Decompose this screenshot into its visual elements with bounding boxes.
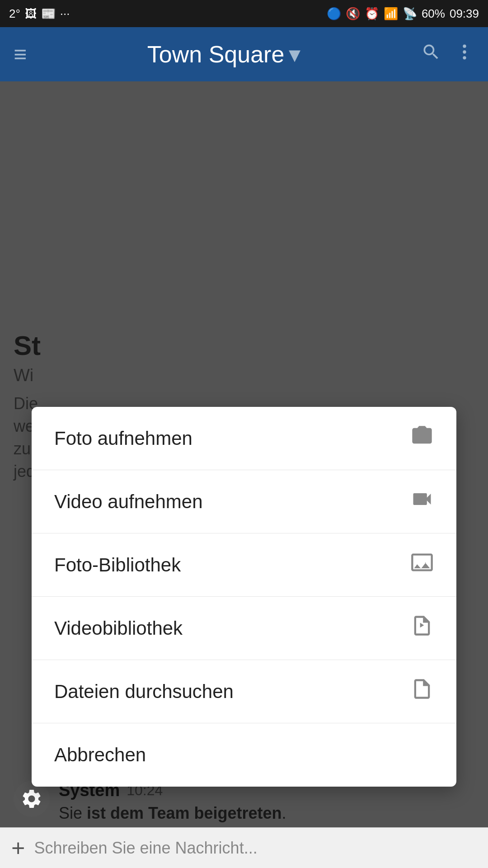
- alarm-icon: ⏰: [365, 7, 379, 21]
- dots-icon: ···: [60, 7, 70, 21]
- system-msg-content: System 10:24 Sie ist dem Team beigetrete…: [59, 781, 286, 823]
- svg-point-1: [463, 50, 466, 53]
- video-file-icon: [410, 614, 434, 642]
- bg-partial-line1: Wi: [14, 366, 41, 385]
- message-input-placeholder[interactable]: Schreiben Sie eine Nachricht...: [34, 839, 477, 858]
- bg-partial-title: St: [14, 330, 41, 361]
- take-video-label: Video aufnehmen: [54, 491, 203, 513]
- add-attachment-button[interactable]: +: [11, 835, 25, 862]
- status-bar-right: 🔵 🔇 ⏰ 📶 📡 60% 09:39: [327, 7, 479, 21]
- camera-icon: [410, 424, 434, 453]
- file-icon: [410, 677, 434, 706]
- search-icon[interactable]: [421, 41, 441, 67]
- image-library-icon: [410, 551, 434, 579]
- temperature: 2°: [9, 7, 20, 21]
- hamburger-menu-icon[interactable]: ≡: [14, 41, 27, 67]
- bottom-input-bar: + Schreiben Sie eine Nachricht...: [0, 827, 488, 868]
- system-message: System 10:24 Sie ist dem Team beigetrete…: [14, 781, 286, 823]
- background-content: St Wi Die we zu jed Di., 15. Jan. 2019 S…: [0, 81, 488, 868]
- browse-files-label: Dateien durchsuchen: [54, 681, 234, 703]
- chevron-down-icon: ▾: [289, 41, 300, 68]
- battery-level: 60%: [422, 7, 445, 21]
- mute-icon: 🔇: [346, 7, 360, 21]
- video-library-label: Videobibliothek: [54, 618, 183, 639]
- bottom-sheet-dialog: Foto aufnehmen Video aufnehmen Foto-Bibl…: [32, 407, 456, 787]
- cancel-label: Abbrechen: [54, 744, 146, 766]
- wifi-icon: 📶: [384, 7, 398, 21]
- image-icon: 🖼: [25, 7, 37, 21]
- sheet-item-take-photo[interactable]: Foto aufnehmen: [32, 407, 456, 470]
- take-photo-label: Foto aufnehmen: [54, 428, 192, 449]
- bluetooth-icon: 🔵: [327, 7, 341, 21]
- msg-prefix: Sie: [59, 804, 87, 822]
- sheet-item-take-video[interactable]: Video aufnehmen: [32, 470, 456, 533]
- sheet-item-photo-library[interactable]: Foto-Bibliothek: [32, 533, 456, 597]
- svg-point-0: [463, 45, 466, 48]
- photo-library-label: Foto-Bibliothek: [54, 554, 181, 576]
- msg-bold: ist dem Team beigetreten: [87, 804, 282, 822]
- app-bar-actions: [421, 41, 474, 67]
- sheet-item-video-library[interactable]: Videobibliothek: [32, 597, 456, 660]
- app-bar-title-group[interactable]: Town Square ▾: [147, 41, 301, 68]
- signal-icon: 📡: [403, 7, 417, 21]
- sheet-item-browse-files[interactable]: Dateien durchsuchen: [32, 660, 456, 723]
- time-display: 09:39: [450, 7, 479, 21]
- status-bar-left: 2° 🖼 📰 ···: [9, 7, 70, 21]
- system-message-text: Sie ist dem Team beigetreten.: [59, 804, 286, 823]
- more-options-icon[interactable]: [455, 41, 474, 67]
- app-bar: ≡ Town Square ▾: [0, 27, 488, 81]
- sheet-item-cancel[interactable]: Abbrechen: [32, 723, 456, 787]
- flipboard-icon: 📰: [41, 7, 56, 21]
- status-bar: 2° 🖼 📰 ··· 🔵 🔇 ⏰ 📶 📡 60% 09:39: [0, 0, 488, 27]
- svg-point-2: [463, 56, 466, 59]
- msg-suffix: .: [282, 804, 286, 822]
- video-camera-icon: [410, 487, 434, 516]
- app-title: Town Square: [147, 41, 285, 68]
